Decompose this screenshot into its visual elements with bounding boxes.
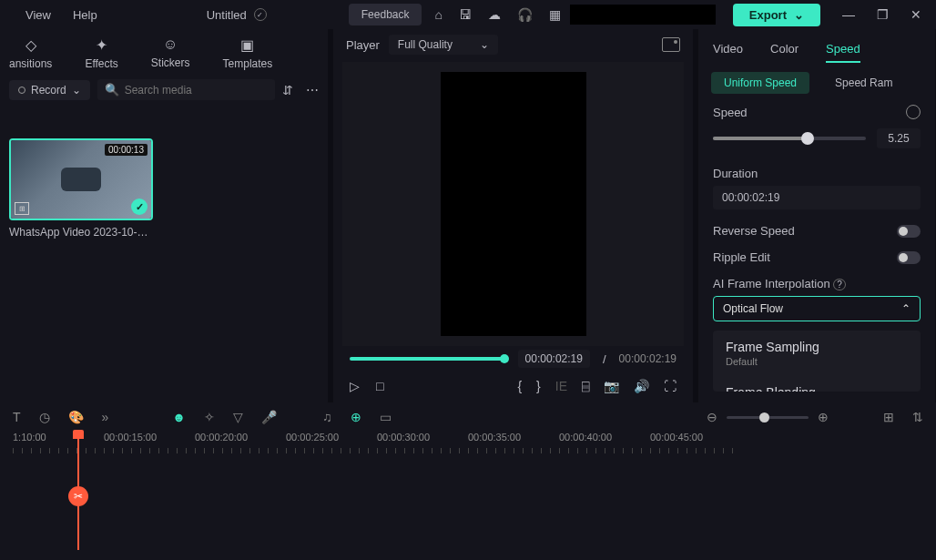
zoom-out-icon[interactable]: ⊖ xyxy=(707,410,717,424)
qr-icon[interactable]: ▦ xyxy=(549,7,561,22)
chevron-down-icon: ⌄ xyxy=(72,84,81,97)
tab-templates[interactable]: ▣Templates xyxy=(223,36,273,70)
screen-icon[interactable]: ⌸ xyxy=(582,379,589,393)
chevron-up-icon: ⌃ xyxy=(901,302,911,315)
camera-icon[interactable]: 📷 xyxy=(604,379,619,393)
magnet-icon[interactable]: ⊕ xyxy=(351,410,361,424)
music-icon[interactable]: ♫ xyxy=(322,410,332,424)
check-icon: ✓ xyxy=(131,199,148,215)
timeline-tick: 00:00:15:00 xyxy=(104,432,195,457)
zoom-in-icon[interactable]: ⊕ xyxy=(818,410,829,424)
mark-out-icon[interactable]: } xyxy=(536,379,541,393)
tab-effects[interactable]: ✦Effects xyxy=(85,36,117,70)
document-title: Untitled xyxy=(207,8,247,22)
ai-frame-interpolation-label: AI Frame Interpolation ? xyxy=(713,277,846,290)
media-clip[interactable]: 00:00:13 ⊞ ✓ xyxy=(9,138,153,220)
speed-value[interactable]: 5.25 xyxy=(877,128,921,148)
timeline-tick: 00:00:30:00 xyxy=(377,432,468,457)
properties-panel: Video Color Speed Uniform Speed Speed Ra… xyxy=(698,29,935,402)
record-dot-icon xyxy=(18,87,25,94)
filter-icon[interactable]: ⇵ xyxy=(282,83,293,97)
timeline-panel: T ◷ 🎨 » ☻ ✧ ▽ 🎤 ♫ ⊕ ▭ ⊖ ⊕ ⊞ ⇅ 1:10:00 00… xyxy=(0,402,936,560)
option-frame-blending[interactable]: Frame Blending Faster but lower quality xyxy=(713,376,921,392)
reverse-speed-label: Reverse Speed xyxy=(713,224,795,238)
film-icon: ⊞ xyxy=(15,202,29,215)
playhead[interactable]: ✂ xyxy=(77,432,79,550)
save-icon[interactable]: 🖫 xyxy=(459,7,472,22)
speed-ramp-chip[interactable]: Speed Ram xyxy=(822,72,905,94)
uniform-speed-chip[interactable]: Uniform Speed xyxy=(711,72,809,94)
stop-icon[interactable]: □ xyxy=(376,379,383,393)
mic-icon[interactable]: 🎤 xyxy=(261,410,277,424)
close-button[interactable]: ✕ xyxy=(911,7,921,22)
export-button[interactable]: Export ⌄ xyxy=(733,4,820,26)
snapshot-icon[interactable] xyxy=(662,37,680,52)
help-icon[interactable]: ? xyxy=(833,279,846,290)
player-label: Player xyxy=(346,38,380,52)
templates-icon: ▣ xyxy=(240,36,254,54)
feedback-button[interactable]: Feedback xyxy=(349,4,422,25)
redacted-area xyxy=(570,5,716,25)
title-bar: View Help Untitled ✓ Feedback ⌂ 🖫 ☁ 🎧 ▦ … xyxy=(0,0,936,29)
video-frame xyxy=(441,72,586,336)
progress-bar[interactable] xyxy=(350,357,505,361)
volume-icon[interactable]: 🔊 xyxy=(634,379,649,393)
ripple-edit-toggle[interactable] xyxy=(897,251,921,264)
quality-dropdown[interactable]: Full Quality ⌄ xyxy=(389,35,498,55)
more-icon[interactable]: ⋯ xyxy=(306,83,319,97)
cloud-icon[interactable]: ☁ xyxy=(488,7,501,22)
tab-video[interactable]: Video xyxy=(713,42,743,63)
tab-transitions[interactable]: ◇ansitions xyxy=(9,36,52,70)
timer-icon[interactable]: ◷ xyxy=(39,410,50,424)
grid-icon[interactable]: ⊞ xyxy=(883,410,894,424)
more-tools-icon[interactable]: » xyxy=(102,410,109,424)
menu-view[interactable]: View xyxy=(25,8,51,22)
tab-stickers[interactable]: ☺Stickers xyxy=(151,36,190,70)
palette-icon[interactable]: 🎨 xyxy=(68,410,84,424)
timeline-ruler[interactable]: 1:10:00 00:00:15:00 00:00:20:00 00:00:25… xyxy=(0,432,936,457)
duration-input[interactable]: 00:00:02:19 xyxy=(713,186,921,209)
scissors-icon[interactable]: ✂ xyxy=(68,486,88,506)
menu-help[interactable]: Help xyxy=(73,8,97,22)
time-current: 00:00:02:19 xyxy=(518,350,590,368)
search-input-container[interactable]: 🔍 xyxy=(97,79,275,100)
player-panel: Player Full Quality ⌄ 00:00:02:19 / 00:0… xyxy=(333,29,693,402)
ai-face-icon[interactable]: ☻ xyxy=(172,410,186,424)
settings-icon[interactable]: ⇅ xyxy=(912,410,923,424)
speed-slider[interactable] xyxy=(713,137,866,140)
crop-tool-icon[interactable]: ▭ xyxy=(380,410,392,424)
record-button[interactable]: Record ⌄ xyxy=(9,80,90,100)
search-input[interactable] xyxy=(125,84,268,97)
timeline-zoom: ⊖ ⊕ xyxy=(707,410,829,424)
option-frame-sampling[interactable]: Frame Sampling Default xyxy=(713,331,921,376)
fullscreen-icon[interactable]: ⛶ xyxy=(664,379,677,393)
search-icon: 🔍 xyxy=(105,83,119,97)
maximize-button[interactable]: ❐ xyxy=(877,7,889,22)
chevron-down-icon: ⌄ xyxy=(794,8,804,22)
sparkle-icon[interactable]: ✧ xyxy=(204,410,215,424)
clip-duration: 00:00:13 xyxy=(105,144,148,156)
mark-in-icon[interactable]: { xyxy=(517,379,522,393)
text-icon[interactable]: IE xyxy=(555,379,567,393)
reset-icon[interactable] xyxy=(906,105,921,119)
monitor-icon[interactable]: ⌂ xyxy=(434,7,442,22)
export-label: Export xyxy=(749,8,787,22)
headphone-icon[interactable]: 🎧 xyxy=(517,7,533,22)
player-viewport[interactable] xyxy=(342,62,684,346)
tab-speed[interactable]: Speed xyxy=(826,42,860,63)
zoom-slider[interactable] xyxy=(727,416,809,419)
play-icon[interactable]: ▷ xyxy=(350,379,360,393)
tab-color[interactable]: Color xyxy=(770,42,799,63)
timeline-tick: 1:10:00 xyxy=(13,432,104,457)
minimize-button[interactable]: — xyxy=(842,7,855,22)
stickers-icon: ☺ xyxy=(163,36,178,53)
text-tool-icon[interactable]: T xyxy=(13,410,21,424)
timeline-tick: 00:00:45:00 xyxy=(650,432,741,457)
ripple-edit-label: Ripple Edit xyxy=(713,250,770,264)
shield-icon[interactable]: ▽ xyxy=(233,410,243,424)
timeline-tick: 00:00:20:00 xyxy=(195,432,286,457)
media-panel: ◇ansitions ✦Effects ☺Stickers ▣Templates… xyxy=(0,29,328,402)
ai-frame-interpolation-dropdown[interactable]: Optical Flow ⌃ xyxy=(713,296,921,321)
timeline-tick: 00:00:35:00 xyxy=(468,432,559,457)
reverse-speed-toggle[interactable] xyxy=(897,225,921,238)
